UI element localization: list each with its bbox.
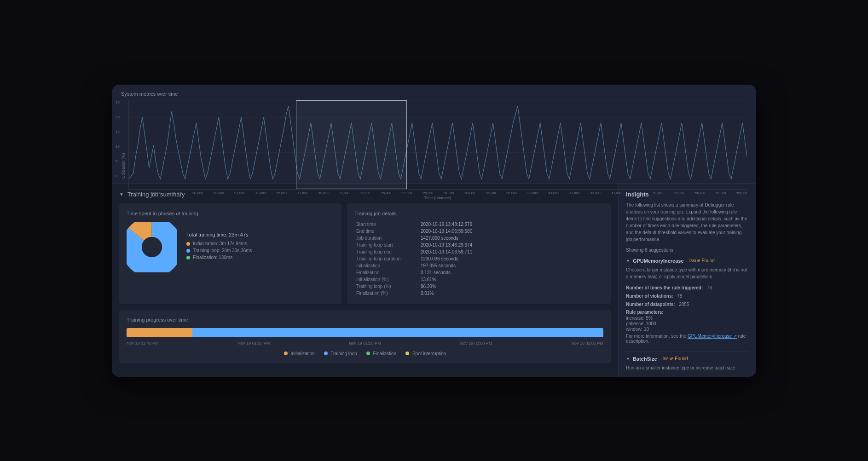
insights-panel: Insights The following list shows a summ… [618,184,756,377]
legend-label-final: Finalization: 130ms [193,255,232,260]
legend-circle-training [324,352,328,355]
legend-dot-training [186,249,190,253]
table-row: End time2020-10-19 14:06:59:580 [354,228,603,235]
param-patience: patience: 1000 [626,321,749,326]
training-progress-card: Training progress over time Nov 19 01:45… [119,310,611,363]
legend-label-init: Initialization: 3m 17s 94ms [193,241,247,246]
table-row: Start time2020-10-19 13:43:12:579 [354,221,603,228]
chart-title: System metrics over time [121,91,747,97]
legend-dot-final [186,256,190,259]
pie-section: Total training time: 23m 47s Initializat… [127,222,334,272]
insight-desc-batch: Run on a smaller instance type or increa… [626,364,749,371]
pie-legend: Total training time: 23m 47s Initializat… [186,232,252,262]
main-container: System metrics over time Utilization (%)… [112,85,756,377]
chart-section: System metrics over time Utilization (%)… [112,85,756,184]
x-axis-ticks: :01,000 :03,000 :05,000 :07,000 :09,000 … [128,191,747,195]
table-row: Training loop end2020-10-19 14:06:59:711 [354,248,603,255]
legend-training-item: Training loop [324,351,357,356]
y-axis-ticks: 25 20 15 10 5 0 [116,100,120,179]
legend-init-item: Initialization [284,351,315,356]
insight-link-text-gpu: For more information, see the GPUMemoryI… [626,334,749,344]
issue-badge-gpu: - Issue Found [687,258,715,263]
table-row: Job duration1427.000 seconds [354,235,603,242]
table-row: Initialization197.095 seconds [354,262,603,269]
collapse-icon[interactable]: ▼ [119,192,124,197]
progress-training-segment [192,328,603,337]
svg-point-9 [142,237,162,257]
legend-spot-item: Spot interruption [405,351,446,356]
insight-stat-triggered-batch: Number of times the rule triggered: 64 [626,374,749,377]
job-details-table: Start time2020-10-19 13:43:12:579 End ti… [354,221,603,297]
legend-final-item: Finalization [366,351,396,356]
collapse-icon-gpu[interactable]: ▼ [626,259,630,263]
insight-item-gpu: ▼ GPUMemoryIncrease - Issue Found Choose… [626,258,749,344]
insight-desc-gpu: Choose a larger instance type with more … [626,266,749,280]
progress-bar [127,328,603,337]
table-row: Training loop duration1230.036 seconds [354,255,603,262]
rule-params-label-gpu: Rule parameters: [626,310,749,315]
insight-header-gpu[interactable]: ▼ GPUMemoryIncrease - Issue Found [626,258,749,264]
table-row: Training loop (%)86.20% [354,283,603,290]
insight-divider [626,351,749,352]
insight-name-gpu: GPUMemoryIncrease [633,258,684,264]
legend-circle-final [366,352,370,355]
main-panel: ▼ Training job summary Time spent in pha… [112,184,618,377]
legend-training: Training loop: 20m 30s 36ms [186,248,252,253]
table-row: Initialization (%)13.81% [354,276,603,283]
legend-circle-init [284,352,288,355]
spot-interruption-label: Spot interruption [412,351,446,356]
progress-init-segment [127,328,192,337]
issue-badge-batch: - Issue Found [660,356,688,361]
insight-name-batch: BatchSize [633,356,657,362]
time-spent-card: Time spent in phases of training [119,203,341,304]
chart-area [128,100,747,190]
insight-stat-triggered-gpu: Number of times the rule triggered: 78 [626,283,749,291]
table-row: Training loop start2020-10-19 13:46:29:6… [354,242,603,248]
collapse-icon-batch[interactable]: ▼ [626,357,630,361]
progress-times: Nov 19 01:45 PM Nov 19 01:50 PM Nov 19 0… [127,341,603,346]
legend-dot-init [186,242,190,246]
progress-title: Training progress over time [127,317,603,323]
insights-description: The following list shows a summary of De… [626,202,749,243]
legend-label-training: Training loop: 20m 30s 36ms [193,248,252,253]
job-details-title: Training job details [354,211,603,216]
param-window: window: 10 [626,327,749,332]
summary-row: Time spent in phases of training [119,203,611,304]
legend-circle-spot [405,352,409,355]
content-area: ▼ Training job summary Time spent in pha… [112,184,756,377]
insight-header-batch[interactable]: ▼ BatchSize - Issue Found [626,356,749,362]
time-spent-title: Time spent in phases of training [127,211,334,216]
x-axis-label: Time (minutes) [128,196,747,200]
table-row: Finalization (%)0.01% [354,290,603,297]
job-details-card: Training job details Start time2020-10-1… [347,203,611,304]
pie-svg [127,222,177,272]
insight-stat-datapoints-gpu: Number of datapoints: 2855 [626,300,749,308]
insight-stat-violations-gpu: Number of violations: 78 [626,291,749,300]
table-row: Finalization0.131 seconds [354,269,603,276]
param-increase: increase: 5% [626,316,749,321]
suggestions-count: Showing 8 suggestions [626,248,749,253]
total-training-time: Total training time: 23m 47s [186,232,252,237]
chart-wrapper: Utilization (%) 25 20 15 10 5 0 [121,100,747,179]
metrics-chart-svg [129,100,747,187]
gpu-memory-link[interactable]: GPUMemoryIncrease ↗ [688,334,737,339]
legend-init: Initialization: 3m 17s 94ms [186,241,252,246]
legend-final: Finalization: 130ms [186,255,252,260]
y-axis-label: Utilization (%) [121,100,126,179]
pie-chart [127,222,177,272]
progress-legend: Initialization Training loop Finalizatio… [127,351,603,356]
insight-item-batch: ▼ BatchSize - Issue Found Run on a small… [626,356,749,377]
